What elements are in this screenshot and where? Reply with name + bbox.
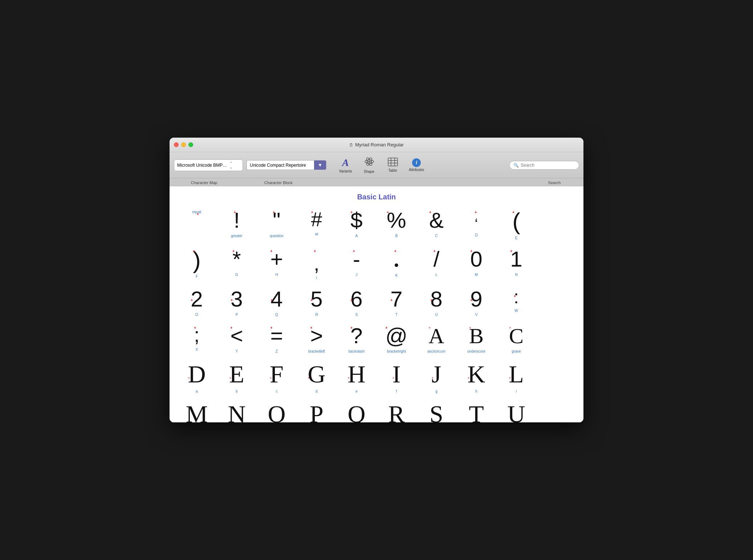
char-glyph: + = xyxy=(270,324,283,348)
char-cell-serif-R-partial[interactable]: R xyxy=(376,397,416,422)
char-cell-serif-D[interactable]: + D a xyxy=(177,357,217,397)
char-cell-equals[interactable]: + = Z xyxy=(257,320,297,357)
char-cell-semicolon[interactable]: + ; X xyxy=(177,320,217,357)
variants-label: Variants xyxy=(339,169,352,173)
char-cell-one[interactable]: + 1 N xyxy=(496,244,536,284)
char-cell-plus[interactable]: + + H xyxy=(257,244,297,284)
char-cell-dollar[interactable]: + $ A xyxy=(337,205,376,244)
char-block-dropdown[interactable]: Unicode Compact Repertoire ▼ xyxy=(247,160,326,170)
character-map-dropdown[interactable]: Microsoft Unicode BMP… ⌃⌄ xyxy=(174,159,243,171)
char-cell-empty-1[interactable]: + equal xyxy=(177,205,217,244)
char-cell-serif-L[interactable]: + L i xyxy=(496,357,536,397)
char-name: A xyxy=(355,234,358,238)
char-glyph: + C xyxy=(509,324,524,348)
char-glyph: + I xyxy=(392,361,401,388)
char-row-4: + ; X + < Y + = Z + xyxy=(170,320,583,357)
char-cell-minus[interactable]: + - J xyxy=(337,244,376,284)
char-cell-gt[interactable]: + > bracketleft xyxy=(297,320,337,357)
char-glyph: + ‘ xyxy=(475,208,478,232)
char-cell-serif-T-partial[interactable]: T xyxy=(456,397,496,422)
char-cell-serif-G[interactable]: + G d xyxy=(297,357,337,397)
char-cell-serif-M-partial[interactable]: M xyxy=(177,397,217,422)
variants-button[interactable]: A Variants xyxy=(334,155,357,175)
char-glyph: + 1 xyxy=(510,247,522,271)
char-cell-lt[interactable]: + < Y xyxy=(217,320,257,357)
char-cell-serif-B[interactable]: + B underscore xyxy=(456,320,496,357)
table-icon xyxy=(388,158,398,168)
table-button[interactable]: Table xyxy=(381,156,404,174)
char-cell-zero[interactable]: + 0 M xyxy=(456,244,496,284)
char-cell-quote[interactable]: + " question xyxy=(257,205,297,244)
char-name: Y xyxy=(236,349,238,353)
char-cell-serif-K[interactable]: + K h xyxy=(456,357,496,397)
char-name: D xyxy=(475,233,477,237)
search-input[interactable] xyxy=(521,163,575,168)
char-cell-serif-N-partial[interactable]: N xyxy=(217,397,257,422)
char-cell-serif-U-partial[interactable]: U xyxy=(496,397,536,422)
char-cell-serif-J[interactable]: + J g xyxy=(416,357,456,397)
char-cell-serif-A[interactable]: + A asciicircum xyxy=(416,320,456,357)
char-glyph: + % xyxy=(387,208,406,232)
char-cell-percent[interactable]: + % B xyxy=(376,205,416,244)
char-block-dropdown-arrow[interactable]: ▼ xyxy=(314,161,326,170)
char-cell-dot[interactable]: + • K xyxy=(376,244,416,284)
char-cell-ampersand[interactable]: + & C xyxy=(416,205,456,244)
char-cell-serif-O-partial[interactable]: O xyxy=(257,397,297,422)
char-cell-serif-I[interactable]: + I f xyxy=(376,357,416,397)
char-cell-colon[interactable]: + : W xyxy=(496,284,536,320)
char-cell-7[interactable]: + 7 T xyxy=(376,284,416,320)
char-cell-at[interactable]: + @ bracketright xyxy=(376,320,416,357)
char-cell-serif-C[interactable]: + C grave xyxy=(496,320,536,357)
char-glyph: + ) xyxy=(193,247,201,273)
attributes-button[interactable]: i Attributes xyxy=(404,157,428,173)
char-block-col-label: Character Block xyxy=(239,179,318,186)
window-title-text: Myriad Roman Regular xyxy=(355,142,404,147)
char-cell-asterisk[interactable]: + * G xyxy=(217,244,257,284)
char-cell-serif-F[interactable]: + F c xyxy=(257,357,297,397)
shape-icon xyxy=(364,157,374,169)
char-glyph: + 8 xyxy=(430,287,442,311)
shape-button[interactable]: Shape xyxy=(357,155,381,175)
char-cell-serif-Q-partial[interactable]: Q xyxy=(337,397,376,422)
char-cell-3[interactable]: + 3 P xyxy=(217,284,257,320)
svg-point-3 xyxy=(368,161,370,163)
char-cell-2[interactable]: + 2 O xyxy=(177,284,217,320)
char-cell-8[interactable]: + 8 U xyxy=(416,284,456,320)
char-cell-hash[interactable]: + # at xyxy=(297,205,337,244)
table-label: Table xyxy=(388,169,397,173)
char-cell-empty-last-3 xyxy=(536,284,576,320)
char-cell-paren-close[interactable]: + ) F xyxy=(177,244,217,284)
char-cell-serif-P-partial[interactable]: P xyxy=(297,397,337,422)
char-cell-serif-S-partial[interactable]: S xyxy=(416,397,456,422)
char-name: at xyxy=(315,232,318,236)
char-cell-slash[interactable]: + / L xyxy=(416,244,456,284)
char-cell-6[interactable]: + 6 S xyxy=(337,284,376,320)
char-cell-paren-open[interactable]: + ( E xyxy=(496,205,536,244)
char-cell-empty-last-6 xyxy=(536,397,576,422)
char-cell-apos[interactable]: + ‘ D xyxy=(456,205,496,244)
char-cell-exclaim[interactable]: + ! greater xyxy=(217,205,257,244)
char-glyph: + 9 xyxy=(470,287,482,311)
char-name: S xyxy=(355,313,358,317)
zoom-button[interactable] xyxy=(188,142,193,147)
char-name: underscore xyxy=(467,349,485,353)
char-name: f xyxy=(396,389,397,393)
char-cell-serif-E[interactable]: + E b xyxy=(217,357,257,397)
char-cell-9[interactable]: + 9 V xyxy=(456,284,496,320)
char-glyph: + K xyxy=(467,361,485,388)
char-name: I xyxy=(316,276,317,280)
char-cell-comma[interactable]: + , I xyxy=(297,244,337,284)
search-box[interactable]: 🔍 xyxy=(509,161,579,170)
toolbar: Microsoft Unicode BMP… ⌃⌄ Unicode Compac… xyxy=(170,152,583,178)
minimize-button[interactable] xyxy=(181,142,186,147)
char-glyph: + H xyxy=(347,361,365,388)
char-name: asciicircum xyxy=(427,349,445,353)
char-cell-question[interactable]: + ? backslash xyxy=(337,320,376,357)
char-name: H xyxy=(275,273,278,277)
char-cell-5[interactable]: + 5 R xyxy=(297,284,337,320)
char-cell-serif-H[interactable]: + H e xyxy=(337,357,376,397)
close-button[interactable] xyxy=(174,142,179,147)
char-cell-4[interactable]: + 4 Q xyxy=(257,284,297,320)
section-title: Basic Latin xyxy=(170,186,583,205)
search-label-bottom: Search xyxy=(548,180,561,185)
